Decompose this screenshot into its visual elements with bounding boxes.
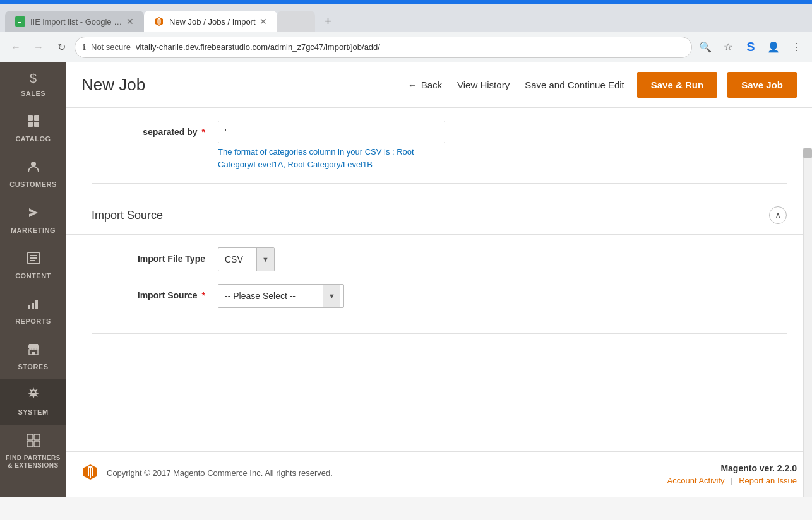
extension-button[interactable]: S — [741, 38, 760, 57]
back-link-label: Back — [421, 80, 442, 90]
svg-rect-13 — [30, 260, 35, 261]
import-source-select[interactable]: -- Please Select -- — [218, 285, 323, 307]
sidebar-item-marketing[interactable]: MARKETING — [0, 197, 66, 242]
save-continue-button[interactable]: Save and Continue Edit — [522, 74, 627, 95]
stores-icon — [27, 342, 40, 359]
footer-links: Account Activity | Report an Issue — [667, 476, 797, 485]
forward-icon: → — [33, 42, 44, 53]
search-icon: 🔍 — [699, 41, 712, 53]
magento-favicon — [154, 16, 164, 27]
sidebar-item-customers[interactable]: CUSTOMERS — [0, 151, 66, 196]
import-source-required: * — [202, 290, 205, 300]
address-bar[interactable]: ℹ Not secure vitaliy-charlie.dev.firebea… — [75, 37, 692, 58]
footer-separator: | — [731, 476, 732, 485]
svg-rect-1 — [18, 20, 23, 20]
import-file-type-select[interactable]: CSV — [218, 248, 256, 271]
sidebar-item-reports[interactable]: REPORTS — [0, 288, 66, 333]
view-history-button[interactable]: View History — [455, 74, 512, 95]
url-display: vitaliy-charlie.dev.firebearstudio.com/a… — [136, 42, 380, 52]
account-button[interactable]: 👤 — [764, 38, 783, 57]
sidebar-item-content[interactable]: CONTENT — [0, 242, 66, 288]
svg-point-8 — [31, 162, 36, 167]
import-source-section-header: Import Source ∧ — [66, 196, 812, 235]
sidebar-item-sales-label: SALES — [21, 90, 45, 98]
footer-version: Magento ver. 2.2.0 — [667, 463, 797, 473]
svg-rect-23 — [34, 441, 40, 447]
import-file-type-field: CSV ▼ — [218, 247, 787, 271]
import-source-dropdown-button[interactable]: ▼ — [323, 285, 340, 307]
save-job-button[interactable]: Save Job — [727, 72, 797, 98]
svg-rect-2 — [18, 21, 23, 21]
header-actions: ← Back View History Save and Continue Ed… — [405, 72, 797, 98]
sales-icon: $ — [30, 71, 37, 86]
import-file-type-label: Import File Type — [92, 247, 218, 264]
separated-by-label: separated by * — [92, 121, 218, 137]
scroll-thumb[interactable] — [803, 148, 812, 158]
separated-by-section: separated by * The format of categories … — [66, 108, 812, 334]
footer-right: Magento ver. 2.2.0 Account Activity | Re… — [667, 463, 797, 485]
forward-button[interactable]: → — [29, 38, 48, 57]
svg-rect-22 — [27, 441, 33, 447]
sidebar-item-system-label: SYSTEM — [18, 408, 48, 417]
tab-magento-close[interactable]: ✕ — [260, 16, 267, 27]
sidebar-item-catalog[interactable]: CATALOG — [0, 105, 66, 151]
svg-marker-9 — [29, 208, 38, 217]
reports-icon — [27, 297, 40, 314]
svg-rect-16 — [35, 300, 38, 309]
sidebar-item-find-partners[interactable]: FIND PARTNERS& EXTENSIONS — [0, 425, 66, 477]
save-run-label: Save & Run — [651, 80, 703, 90]
import-source-label: Import Source * — [92, 284, 218, 300]
search-button[interactable]: 🔍 — [696, 38, 715, 57]
tab-magento-title: New Job / Jobs / Import — [169, 17, 256, 27]
tab-sheets-close[interactable]: ✕ — [126, 16, 134, 27]
reload-button[interactable]: ↻ — [52, 38, 71, 57]
import-file-type-dropdown-button[interactable]: ▼ — [256, 248, 274, 271]
footer-copyright: Copyright © 2017 Magento Commerce Inc. A… — [107, 468, 333, 478]
extension-icon: S — [746, 40, 755, 54]
back-link-button[interactable]: ← Back — [405, 74, 445, 95]
tab-sheets[interactable]: IIE import list - Google S... ✕ — [5, 11, 144, 32]
svg-rect-5 — [34, 115, 39, 121]
sidebar-item-customers-label: CUSTOMERS — [9, 180, 57, 189]
sidebar-item-marketing-label: MARKETING — [11, 227, 56, 235]
svg-rect-6 — [28, 122, 33, 127]
svg-rect-7 — [34, 122, 39, 127]
new-tab-button[interactable]: + — [318, 11, 339, 32]
more-menu-button[interactable]: ⋮ — [787, 38, 806, 57]
report-issue-link[interactable]: Report an Issue — [739, 476, 797, 485]
not-secure-label: Not secure — [91, 42, 131, 52]
import-source-collapse-button[interactable]: ∧ — [769, 206, 787, 224]
more-icon: ⋮ — [791, 41, 801, 53]
import-source-row: Import Source * -- Please Select -- ▼ — [66, 284, 812, 308]
sidebar-item-system[interactable]: SYSTEM — [0, 379, 66, 424]
scrollbar[interactable] — [803, 148, 812, 497]
sidebar-item-stores[interactable]: STORES — [0, 333, 66, 379]
system-icon — [27, 387, 40, 405]
save-continue-label: Save and Continue Edit — [525, 80, 624, 90]
bookmark-button[interactable]: ☆ — [719, 38, 737, 57]
account-activity-link[interactable]: Account Activity — [667, 476, 725, 485]
separated-by-input[interactable] — [218, 121, 445, 143]
sidebar-item-sales[interactable]: $ SALES — [0, 62, 66, 105]
import-source-dropdown-icon: ▼ — [328, 292, 335, 300]
dropdown-chevron-icon: ▼ — [262, 256, 269, 263]
security-icon: ℹ — [83, 42, 86, 52]
import-file-type-select-wrapper[interactable]: CSV ▼ — [218, 247, 275, 271]
sheets-favicon — [15, 16, 25, 27]
magento-logo — [81, 463, 99, 483]
view-history-label: View History — [457, 80, 510, 90]
svg-rect-20 — [27, 434, 33, 440]
account-icon: 👤 — [767, 41, 780, 53]
back-button[interactable]: ← — [6, 38, 25, 57]
svg-rect-4 — [28, 115, 33, 121]
save-run-button[interactable]: Save & Run — [637, 72, 717, 98]
svg-rect-21 — [34, 434, 40, 440]
import-source-title: Import Source — [92, 209, 163, 222]
svg-rect-14 — [28, 305, 30, 309]
separated-by-hint: The format of categories column in your … — [218, 146, 458, 170]
tab-magento[interactable]: New Job / Jobs / Import ✕ — [144, 11, 277, 32]
reload-icon: ↻ — [57, 41, 66, 53]
bookmark-icon: ☆ — [724, 41, 732, 53]
sidebar-item-find-partners-label: FIND PARTNERS& EXTENSIONS — [6, 454, 61, 470]
import-source-select-wrapper[interactable]: -- Please Select -- ▼ — [218, 284, 344, 308]
